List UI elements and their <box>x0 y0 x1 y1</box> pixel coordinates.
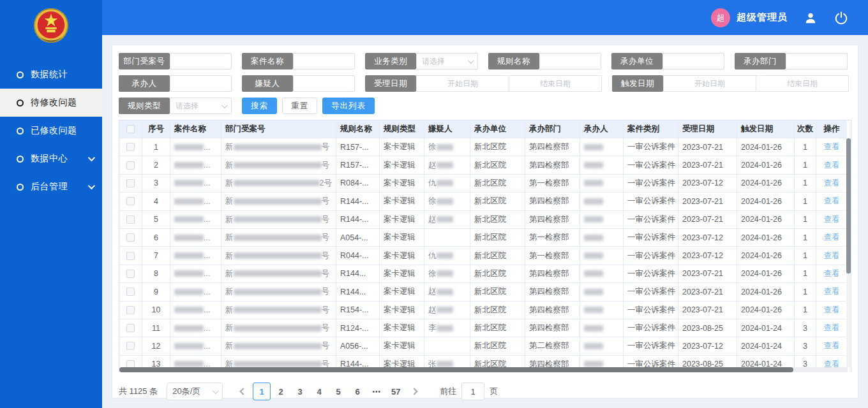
horizontal-scrollbar-thumb[interactable] <box>119 367 793 372</box>
page-size-select[interactable]: 20条/页 <box>167 382 223 400</box>
sidebar-item-数据中心[interactable]: 数据中心 <box>0 145 102 173</box>
sidebar-item-待修改问题[interactable]: 待修改问题 <box>0 89 102 117</box>
view-link[interactable]: 查看 <box>824 196 840 207</box>
page-button-6[interactable]: 6 <box>348 382 366 400</box>
sidebar-item-后台管理[interactable]: 后台管理 <box>0 173 102 201</box>
page-button-2[interactable]: 2 <box>272 382 290 400</box>
prev-page-button[interactable] <box>234 382 252 400</box>
date-start-触发日期[interactable] <box>663 75 756 92</box>
cell-rule-type: 案卡逻辑 <box>380 156 424 174</box>
input-承办部门[interactable] <box>786 53 848 69</box>
row-checkbox[interactable] <box>126 252 135 260</box>
select-规则类型[interactable]: 请选择 <box>170 98 232 114</box>
view-link[interactable]: 查看 <box>824 142 840 152</box>
cell-accept-date: 2023-07-21 <box>678 193 737 210</box>
filter-label: 承办人 <box>119 75 170 92</box>
input-规则名称[interactable] <box>539 53 601 69</box>
power-icon[interactable] <box>834 10 849 26</box>
view-link[interactable]: 查看 <box>824 160 840 171</box>
cell-dept: 第四检察部 <box>525 319 580 337</box>
input-嫌疑人[interactable] <box>293 75 355 92</box>
导出列表-button[interactable]: 导出列表 <box>322 98 375 114</box>
vertical-scrollbar-thumb[interactable] <box>846 138 851 273</box>
cell-unit: 新北区院 <box>470 229 525 247</box>
page-button-5[interactable]: 5 <box>329 382 347 400</box>
cell-accept-date: 2023-07-12 <box>678 175 737 193</box>
cell-accept-date: 2023-07-21 <box>678 283 737 301</box>
select-业务类别[interactable]: 请选择 <box>416 53 478 69</box>
cell-count: 3 <box>795 337 816 355</box>
view-link[interactable]: 查看 <box>824 232 840 243</box>
cell-case-type: 一审公诉案件 <box>624 138 678 156</box>
cell-case-name: ... <box>204 251 210 260</box>
cell-dept: 第四检察部 <box>525 283 580 301</box>
cell-unit: 新北区院 <box>470 283 525 301</box>
horizontal-scrollbar[interactable] <box>119 367 848 372</box>
row-checkbox[interactable] <box>126 233 135 242</box>
row-checkbox[interactable] <box>126 179 135 187</box>
sidebar-item-label: 已修改问题 <box>31 125 93 136</box>
row-checkbox[interactable] <box>126 270 135 278</box>
row-checkbox[interactable] <box>126 342 135 350</box>
view-link[interactable]: 查看 <box>824 178 840 189</box>
page-button-57[interactable]: 57 <box>387 382 405 400</box>
avatar[interactable]: 超 <box>711 8 730 27</box>
table-header-row: 序号案件名称部门受案号规则名称规则类型嫌疑人承办单位承办部门承办人案件类别受理日… <box>119 120 847 138</box>
cell-dept: 第一检察部 <box>525 175 580 193</box>
vertical-scrollbar[interactable] <box>846 138 851 367</box>
view-link[interactable]: 查看 <box>824 305 840 316</box>
header-checkbox[interactable] <box>126 125 135 133</box>
redacted-text <box>437 144 453 150</box>
cell-accept-date: 2023-08-25 <box>678 319 737 337</box>
date-start-受理日期[interactable] <box>416 75 509 92</box>
date-end-触发日期[interactable] <box>756 75 849 92</box>
input-部门受案号[interactable] <box>170 53 232 69</box>
page-button-1[interactable]: 1 <box>253 382 271 400</box>
redacted-text <box>234 162 322 168</box>
cell-seq: 2 <box>142 156 170 174</box>
cell-case-name: ... <box>204 305 210 314</box>
col-header-checkbox <box>119 120 142 138</box>
sidebar-item-已修改问题[interactable]: 已修改问题 <box>0 117 102 145</box>
row-checkbox[interactable] <box>126 161 135 170</box>
cell-rule-name: R154-... <box>336 302 380 319</box>
goto-page-input[interactable] <box>461 382 484 400</box>
view-link[interactable]: 查看 <box>824 323 840 333</box>
cell-dept-case-no: 新 <box>225 142 234 152</box>
cell-rule-type: 案卡逻辑 <box>380 283 424 301</box>
row-checkbox[interactable] <box>126 324 135 332</box>
cell-count: 1 <box>795 229 816 247</box>
page-button-4[interactable]: 4 <box>310 382 328 400</box>
row-checkbox[interactable] <box>126 143 135 151</box>
input-承办单位[interactable] <box>662 53 724 69</box>
redacted-text <box>437 325 453 332</box>
cell-seq: 1 <box>142 138 170 156</box>
重置-button[interactable]: 重置 <box>282 98 317 114</box>
input-案件名称[interactable] <box>293 53 355 69</box>
input-承办人[interactable] <box>170 75 232 92</box>
user-icon[interactable] <box>803 10 818 26</box>
view-link[interactable]: 查看 <box>824 340 840 351</box>
row-checkbox[interactable] <box>126 197 135 205</box>
view-link[interactable]: 查看 <box>824 286 840 297</box>
select-placeholder: 请选择 <box>176 101 198 112</box>
cell-dept: 第四检察部 <box>525 211 580 229</box>
view-link[interactable]: 查看 <box>824 268 840 279</box>
cell-dept-case-no: 新 <box>225 178 234 189</box>
row-checkbox[interactable] <box>126 306 135 314</box>
row-checkbox[interactable] <box>126 215 135 224</box>
搜索-button[interactable]: 搜索 <box>242 98 277 114</box>
redacted-text <box>437 361 453 367</box>
cell-unit: 新北区院 <box>470 337 525 355</box>
view-link[interactable]: 查看 <box>824 214 840 225</box>
page-button-3[interactable]: 3 <box>291 382 309 400</box>
cell-rule-type: 案卡逻辑 <box>380 193 424 210</box>
cell-dept: 第二检察部 <box>525 337 580 355</box>
table-row: 11...新号R124-...案卡逻辑李新北区院第四检察部一审公诉案件2023-… <box>119 319 847 337</box>
view-link[interactable]: 查看 <box>824 251 840 261</box>
cell-seq: 12 <box>142 337 170 355</box>
row-checkbox[interactable] <box>126 288 135 296</box>
date-end-受理日期[interactable] <box>509 75 602 92</box>
sidebar-item-数据统计[interactable]: 数据统计 <box>0 61 102 89</box>
next-page-button[interactable] <box>405 382 423 400</box>
